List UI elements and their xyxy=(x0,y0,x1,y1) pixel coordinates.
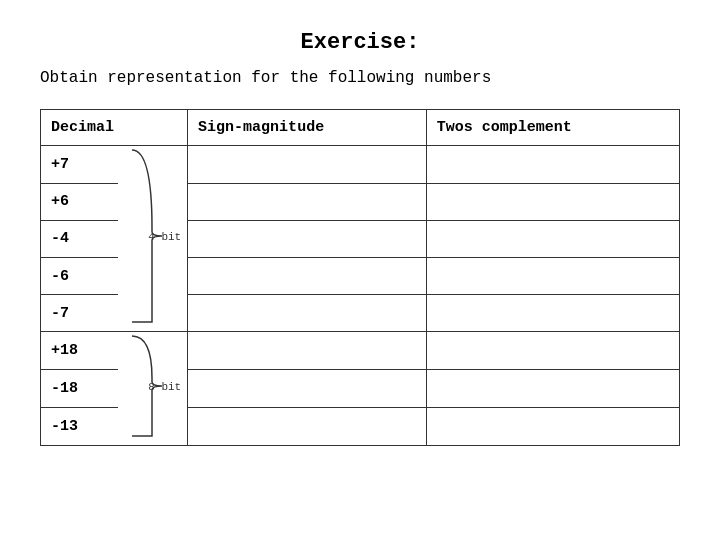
table-wrapper: Decimal Sign-magnitude Twos complement +… xyxy=(40,109,680,446)
svg-text:4 bits: 4 bits xyxy=(149,231,183,243)
sign-magnitude-value xyxy=(188,408,427,446)
sign-magnitude-value xyxy=(188,220,427,257)
twos-complement-value xyxy=(426,183,679,220)
sign-magnitude-value xyxy=(188,146,427,183)
brace-cell: 4 bits xyxy=(118,146,188,332)
twos-complement-value xyxy=(426,370,679,408)
brace-cell: 8 bits xyxy=(118,332,188,446)
twos-complement-value xyxy=(426,146,679,183)
decimal-value: +6 xyxy=(41,183,118,220)
twos-complement-value xyxy=(426,220,679,257)
decimal-value: -7 xyxy=(41,295,118,332)
twos-complement-value xyxy=(426,332,679,370)
twos-complement-value xyxy=(426,295,679,332)
col-header-twos: Twos complement xyxy=(426,110,679,146)
decimal-value: -4 xyxy=(41,220,118,257)
decimal-value: -6 xyxy=(41,257,118,294)
page-title: Exercise: xyxy=(40,30,680,55)
decimal-value: -18 xyxy=(41,370,118,408)
exercise-table: Decimal Sign-magnitude Twos complement +… xyxy=(40,109,680,446)
decimal-value: +7 xyxy=(41,146,118,183)
sign-magnitude-value xyxy=(188,332,427,370)
twos-complement-value xyxy=(426,257,679,294)
decimal-value: -13 xyxy=(41,408,118,446)
table-row: +74 bits xyxy=(41,146,680,183)
sign-magnitude-value xyxy=(188,257,427,294)
col-header-sign: Sign-magnitude xyxy=(188,110,427,146)
sign-magnitude-value xyxy=(188,295,427,332)
table-row: +188 bits xyxy=(41,332,680,370)
decimal-value: +18 xyxy=(41,332,118,370)
svg-text:8 bits: 8 bits xyxy=(149,381,183,393)
twos-complement-value xyxy=(426,408,679,446)
sign-magnitude-value xyxy=(188,370,427,408)
col-header-decimal: Decimal xyxy=(41,110,188,146)
sign-magnitude-value xyxy=(188,183,427,220)
subtitle: Obtain representation for the following … xyxy=(40,67,680,89)
